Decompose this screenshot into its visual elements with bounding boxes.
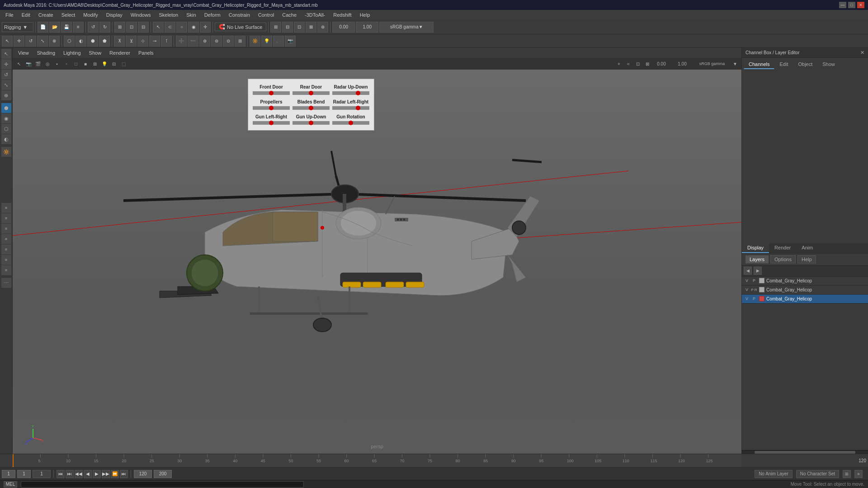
char-set-btn[interactable]: No Character Set: [796, 470, 839, 478]
layer-btn3[interactable]: ≡: [1, 224, 11, 234]
pb-prev[interactable]: ◀◀: [75, 470, 83, 478]
pb-go-end[interactable]: ⏭: [120, 470, 128, 478]
tab-show[interactable]: Show: [817, 60, 840, 69]
render1-btn[interactable]: 🔆: [250, 36, 260, 47]
char-set-options-btn[interactable]: ≡: [854, 470, 863, 478]
scale-tool-left-btn[interactable]: ⤡: [1, 80, 11, 90]
front-door-slider[interactable]: [253, 91, 290, 95]
vp-xray-btn[interactable]: ⬚: [119, 59, 128, 68]
rear-door-slider[interactable]: [292, 91, 330, 95]
vp-menu-show[interactable]: Show: [85, 49, 105, 56]
max-frame-input[interactable]: [154, 470, 172, 478]
anim-layer-btn[interactable]: No Anim Layer: [755, 470, 793, 478]
frame-input-1[interactable]: [2, 470, 15, 478]
transform-btn[interactable]: ↖: [2, 36, 13, 47]
vp-gamma-expand-btn[interactable]: ▼: [731, 59, 740, 68]
universal-left-btn[interactable]: ⊕: [1, 90, 11, 100]
vp-detail-btn[interactable]: ⊠: [643, 59, 652, 68]
lasso-btn[interactable]: ⊂: [165, 22, 175, 33]
weight-btn[interactable]: ⊝: [223, 36, 234, 47]
layer-scroll-left[interactable]: ◀: [744, 267, 752, 275]
subtab-layers[interactable]: Layers: [745, 255, 769, 263]
joint-btn[interactable]: ⊛: [199, 36, 210, 47]
sculpt-left-btn[interactable]: ◐: [1, 134, 11, 144]
render3-btn[interactable]: 🎥: [273, 36, 284, 47]
select-tool-btn[interactable]: ↖: [1, 49, 11, 59]
tab-object[interactable]: Object: [793, 60, 817, 69]
vp-menu-shading[interactable]: Shading: [33, 49, 59, 56]
dots-btn[interactable]: ⋯: [1, 278, 11, 288]
minus-btn[interactable]: ➖: [188, 36, 198, 47]
soft-mod-btn[interactable]: ⬡: [64, 36, 75, 47]
vp-camera-btn[interactable]: 📷: [24, 59, 33, 68]
end-frame-input[interactable]: [134, 470, 152, 478]
menu-redshift[interactable]: Redshift: [330, 11, 355, 19]
vp-shading3-btn[interactable]: □: [71, 59, 80, 68]
snap-grid2-btn[interactable]: ⊻: [126, 36, 137, 47]
open-file-btn[interactable]: 📂: [49, 22, 60, 33]
layer-v-3[interactable]: V: [744, 296, 750, 302]
menu-file[interactable]: File: [2, 11, 17, 19]
vp-menu-panels[interactable]: Panels: [135, 49, 157, 56]
rotate-tool-left-btn[interactable]: ↺: [1, 70, 11, 80]
layer-btn6[interactable]: ≡: [1, 255, 11, 265]
menu-select[interactable]: Select: [58, 11, 79, 19]
save-file-btn[interactable]: 💾: [61, 22, 72, 33]
nurbs-btn[interactable]: ◉: [1, 113, 11, 123]
tab-anim[interactable]: Anim: [796, 243, 818, 253]
char-set-expand-btn[interactable]: ⊞: [843, 470, 851, 478]
menu-create[interactable]: Create: [35, 11, 57, 19]
radar-updown-slider[interactable]: [332, 91, 369, 95]
close-button[interactable]: ✕: [857, 2, 864, 8]
viewport[interactable]: View Shading Lighting Show Renderer Pane…: [13, 48, 741, 454]
soft-select-btn[interactable]: ◉: [188, 22, 199, 33]
tab-display[interactable]: Display: [742, 243, 769, 253]
color-mode-btn[interactable]: sRGB gamma▼: [379, 22, 434, 33]
ik-btn[interactable]: ⊜: [211, 36, 222, 47]
rotate-tool-btn[interactable]: ↺: [25, 36, 36, 47]
render-left-btn[interactable]: 🔆: [1, 147, 11, 157]
move-btn[interactable]: ✛: [200, 22, 211, 33]
vp-shading1-btn[interactable]: ▪: [52, 59, 61, 68]
select-all-btn[interactable]: ⊞: [114, 22, 125, 33]
menu-display[interactable]: Display: [103, 11, 126, 19]
menu-deform[interactable]: Deform: [201, 11, 224, 19]
tab-channels[interactable]: Channels: [744, 60, 774, 69]
vp-menu-view[interactable]: View: [14, 49, 33, 56]
right-panel-scrollbar[interactable]: [742, 450, 868, 454]
vp-grid-btn[interactable]: ⊞: [90, 59, 99, 68]
layer-btn2[interactable]: ≡: [1, 213, 11, 223]
pb-step-back[interactable]: ⏭: [66, 470, 74, 478]
menu-3dtoall[interactable]: -3DToAll-: [301, 11, 329, 19]
mel-command-input[interactable]: [21, 481, 304, 488]
gun-updown-slider[interactable]: [292, 121, 330, 125]
tb-btn4[interactable]: ⊠: [306, 22, 316, 33]
tb-btn5[interactable]: ⊛: [317, 22, 328, 33]
tb-btn2[interactable]: ⊟: [282, 22, 293, 33]
tb-btn3[interactable]: ⊡: [294, 22, 305, 33]
tb-btn1[interactable]: ⊞: [270, 22, 281, 33]
mel-python-toggle[interactable]: MEL: [4, 481, 17, 488]
vp-lights-btn[interactable]: 💡: [100, 59, 109, 68]
snap-point-btn[interactable]: ⊹: [137, 36, 148, 47]
subtab-help[interactable]: Help: [797, 255, 816, 263]
subdiv-btn[interactable]: ⬡: [1, 124, 11, 134]
move-tool-btn[interactable]: ✛: [14, 36, 24, 47]
layer-p-2[interactable]: P R: [751, 286, 757, 293]
vp-select-btn[interactable]: ↖: [14, 59, 24, 68]
tab-render[interactable]: Render: [769, 243, 796, 253]
menu-modify[interactable]: Modify: [80, 11, 101, 19]
mode-dropdown[interactable]: Rigging ▼: [2, 22, 33, 32]
select-mode-btn[interactable]: ↖: [153, 22, 164, 33]
pb-go-start[interactable]: ⏮: [57, 470, 65, 478]
vp-frame-btn[interactable]: ⊡: [633, 59, 642, 68]
menu-skeleton[interactable]: Skeleton: [155, 11, 182, 19]
menu-control[interactable]: Control: [255, 11, 278, 19]
snap-view-btn[interactable]: ⊺: [161, 36, 172, 47]
menu-constrain[interactable]: Constrain: [225, 11, 254, 19]
redo-btn[interactable]: ↻: [99, 22, 110, 33]
snap-grid-btn[interactable]: ⊡: [126, 22, 137, 33]
layer-btn1[interactable]: ≡: [1, 203, 11, 213]
layer-v-1[interactable]: V: [744, 277, 750, 284]
snap-curve-btn[interactable]: ⊟: [138, 22, 149, 33]
